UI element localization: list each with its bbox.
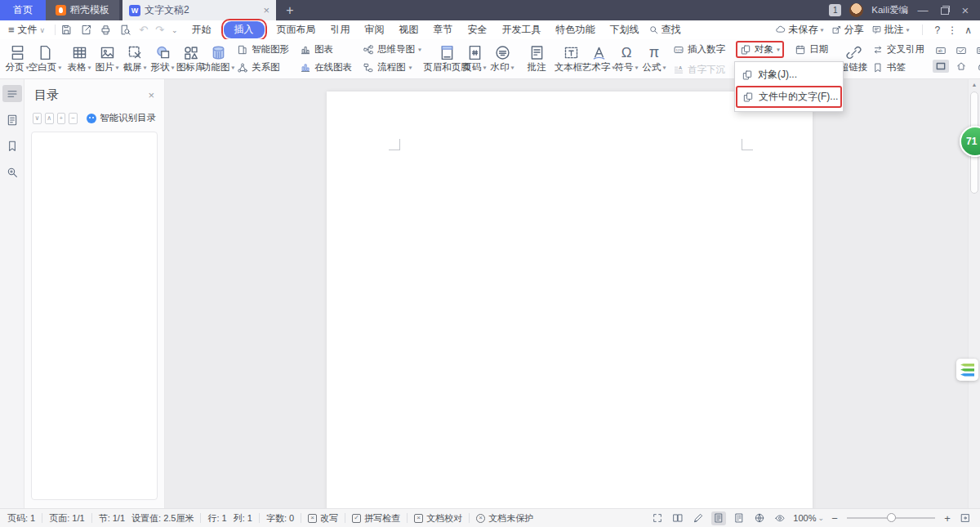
page-number-button[interactable]: 页码▾ (461, 41, 488, 76)
cross-reference-button[interactable]: 交叉引用 (872, 43, 924, 56)
find-button[interactable]: 查找 (648, 23, 681, 37)
ink-mode-button[interactable] (691, 511, 706, 525)
flowchart-button[interactable]: 流程图▾ (363, 61, 421, 74)
symbol-button[interactable]: Ω 符号▾ (612, 41, 640, 76)
page-view-button-active[interactable] (711, 511, 726, 525)
more-options-icon[interactable]: ⋮ (947, 25, 957, 36)
autotext-toggle[interactable] (933, 44, 949, 57)
toc-collapse-button[interactable]: ∧ (45, 113, 54, 124)
close-tab-icon[interactable]: × (263, 4, 270, 16)
toc-empty-list[interactable] (31, 132, 158, 500)
undo-icon[interactable]: ↶ (139, 24, 148, 36)
share-button[interactable]: 分享 (831, 23, 864, 37)
menu-item-underline[interactable]: 下划线 (603, 20, 647, 39)
protect-toggle[interactable] (973, 60, 980, 73)
menu-item-text-from-file[interactable]: 文件中的文字(F)... (737, 87, 840, 106)
window-count-badge[interactable]: 1 (829, 4, 841, 16)
save-icon[interactable] (60, 24, 73, 36)
document-proof-toggle[interactable]: ×文档校对 (414, 512, 462, 525)
collapse-ribbon-icon[interactable]: ∧ (964, 25, 972, 36)
bookmark-panel-toggle[interactable] (2, 137, 22, 154)
username[interactable]: Kaili爱编 (871, 4, 908, 16)
date-button[interactable]: 日期 (795, 41, 828, 58)
drop-cap-button-disabled[interactable]: 首字下沉 (673, 64, 725, 76)
object-button[interactable]: 对象▾ (740, 43, 780, 56)
tab-document[interactable]: W 文字文稿2 × (122, 0, 276, 20)
bookmark-button[interactable]: 书签 (872, 61, 924, 74)
word-art-button[interactable]: 艺术字▾ (585, 41, 612, 76)
new-tab-button[interactable]: + (276, 0, 304, 20)
menu-item-section[interactable]: 章节 (426, 20, 461, 39)
tab-docer-templates[interactable]: 稻壳模板 (46, 0, 119, 20)
frame-toggle-active[interactable] (933, 60, 949, 73)
menu-item-security[interactable]: 安全 (461, 20, 495, 39)
zoom-out-button[interactable]: − (830, 512, 840, 525)
blank-page-button[interactable]: 空白页▾ (31, 41, 59, 76)
toc-expand-button[interactable]: ∨ (33, 113, 42, 124)
overwrite-toggle[interactable]: ×改写 (308, 512, 338, 525)
export-icon[interactable] (80, 24, 92, 36)
zoom-slider[interactable] (847, 517, 935, 519)
file-menu[interactable]: 文件 (18, 23, 38, 37)
outline-view-button[interactable] (732, 511, 746, 525)
avatar[interactable] (849, 3, 863, 17)
chart-button[interactable]: 图表 (300, 43, 352, 56)
menu-item-page-layout[interactable]: 页面布局 (270, 20, 323, 39)
menu-item-review[interactable]: 审阅 (358, 20, 392, 39)
menu-item-insert-active[interactable]: 插入 (224, 21, 265, 38)
home-anchor-toggle[interactable] (953, 60, 969, 73)
close-icon[interactable]: × (148, 89, 154, 101)
tab-home[interactable]: 首页 (0, 0, 46, 20)
zoom-level-dropdown[interactable]: 100% ⌄ (793, 513, 824, 523)
annotation-button[interactable]: 批注 (523, 41, 550, 76)
customize-toolbar-caret-icon[interactable]: ⌄ (172, 26, 178, 34)
zoom-in-button[interactable]: + (942, 512, 952, 525)
toc-remove-button[interactable]: − (69, 113, 78, 124)
scroll-up-arrow-icon[interactable]: ▲ (969, 82, 980, 87)
menu-item-object[interactable]: 对象(J)... (735, 65, 843, 85)
notes-panel-toggle[interactable] (2, 111, 22, 128)
toc-add-button[interactable]: + (57, 113, 66, 124)
menu-item-dev-tools[interactable]: 开发工具 (495, 20, 549, 39)
minimize-button[interactable]: — (916, 0, 929, 20)
zoom-slider-knob[interactable] (887, 513, 896, 522)
fullscreen-view-button[interactable] (650, 511, 665, 525)
toc-panel-toggle[interactable] (2, 85, 22, 102)
close-window-button[interactable]: × (959, 0, 972, 20)
redo-icon[interactable]: ↷ (155, 24, 164, 36)
spell-check-toggle[interactable]: ✓拼写检查 (352, 512, 400, 525)
eye-protect-button[interactable] (773, 511, 787, 525)
member-score-badge[interactable]: 71 (960, 126, 980, 157)
table-button[interactable]: 表格▾ (65, 41, 93, 76)
online-chart-button[interactable]: 在线图表 (300, 61, 352, 74)
web-view-button[interactable] (752, 511, 767, 525)
formula-button[interactable]: π 公式▾ (640, 41, 668, 76)
fields-toggle[interactable] (973, 44, 980, 57)
shapes-button[interactable]: 形状▾ (149, 41, 176, 76)
menu-item-view[interactable]: 视图 (392, 20, 426, 39)
smart-graphic-button[interactable]: 智能图形 (237, 43, 289, 56)
page-break-button[interactable]: 分页▾ (3, 41, 31, 76)
status-word-count[interactable]: 字数: 0 (266, 512, 294, 525)
help-button[interactable]: ? (935, 25, 941, 36)
comment-button[interactable]: 批注 ▾ (871, 23, 910, 37)
function-map-button[interactable]: 功能图▾ (204, 41, 232, 76)
menu-item-start[interactable]: 开始 (185, 20, 219, 39)
picture-button[interactable]: 图片▾ (93, 41, 121, 76)
find-panel-toggle[interactable] (2, 163, 22, 181)
watermark-button[interactable]: 水印▾ (488, 41, 516, 76)
screenshot-button[interactable]: 截屏▾ (121, 41, 149, 76)
document-protection-status[interactable]: ×文档未保护 (476, 512, 533, 525)
two-page-view-button[interactable] (670, 511, 685, 525)
relation-map-button[interactable]: 关系图 (237, 61, 289, 74)
hyperlink-button[interactable]: 超链接 (840, 41, 867, 76)
mind-map-button[interactable]: 思维导图▾ (363, 43, 421, 56)
document-page[interactable] (327, 92, 813, 513)
print-icon[interactable] (100, 24, 112, 36)
fit-page-button[interactable] (958, 511, 973, 525)
menu-item-reference[interactable]: 引用 (323, 20, 358, 39)
text-box-button[interactable]: 文本框▾ (557, 41, 585, 76)
header-footer-button[interactable]: 页眉和页脚 (433, 41, 461, 76)
save-status-button[interactable]: 未保存 ▾ (775, 23, 823, 37)
smart-toc-button[interactable]: 智能识别目录 (87, 112, 156, 124)
